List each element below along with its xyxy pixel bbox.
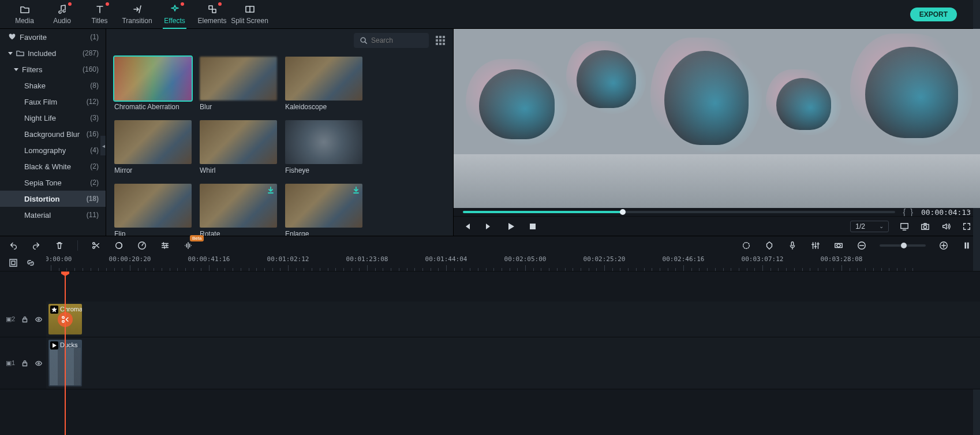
sidebar-filter-item[interactable]: Lomography(4) [0, 142, 106, 158]
split-button[interactable] [91, 240, 101, 251]
step-back-button[interactable] [462, 221, 472, 232]
eye-icon[interactable] [35, 315, 43, 324]
export-button[interactable]: EXPORT [910, 8, 957, 21]
zoom-in-button[interactable] [938, 240, 949, 251]
folder-icon [16, 49, 24, 57]
link-button[interactable] [25, 258, 36, 268]
sidebar-filter-item[interactable]: Material(11) [0, 207, 106, 223]
render-button[interactable] [741, 240, 751, 251]
effect-item[interactable]: Blur [200, 57, 277, 111]
view-grid-button[interactable] [436, 36, 445, 45]
shapes-icon [207, 4, 218, 14]
mark-in[interactable]: { [903, 207, 906, 217]
effect-item[interactable]: Chromatic Aberration [114, 57, 192, 111]
effect-thumbnail[interactable] [200, 120, 277, 164]
sidebar-filter-item[interactable]: Night Life(3) [0, 110, 106, 126]
speed-button[interactable] [137, 240, 147, 251]
sidebar-label: Favorite [20, 33, 47, 42]
preview-canvas[interactable] [454, 29, 980, 208]
zoom-slider[interactable] [880, 244, 926, 247]
ruler-label: 00:02:46:16 [663, 255, 705, 263]
zoom-out-button[interactable] [856, 240, 867, 251]
notification-dot [218, 2, 222, 6]
sidebar-collapse-handle[interactable]: ◂ [100, 136, 106, 155]
keyframe-button[interactable] [833, 240, 844, 251]
effects-grid[interactable]: Chromatic AberrationBlurKaleidoscopeMirr… [106, 52, 453, 236]
sidebar-label: Material [24, 211, 51, 220]
sidebar-favorite[interactable]: Favorite (1) [0, 29, 106, 45]
adjust-button[interactable] [160, 240, 170, 251]
sidebar-filter-item[interactable]: Black & White(2) [0, 158, 106, 174]
color-button[interactable] [114, 240, 124, 251]
preview-progress-knob[interactable] [620, 209, 626, 215]
sidebar-filter-item[interactable]: Shake(8) [0, 77, 106, 94]
redo-button[interactable] [31, 240, 42, 251]
sidebar-filter-item[interactable]: Sepia Tone(2) [0, 174, 106, 191]
eye-icon[interactable] [35, 359, 43, 367]
timeline-options-button[interactable] [8, 258, 18, 268]
timeline-track-fx[interactable]: ▣2 Chromati [0, 302, 980, 337]
effect-thumbnail[interactable] [285, 57, 362, 101]
stop-button[interactable] [528, 221, 538, 232]
audio-beat-button[interactable] [183, 240, 193, 251]
tab-elements[interactable]: Elements [193, 0, 231, 29]
sidebar-count: (2) [90, 179, 99, 187]
play-button[interactable] [506, 221, 516, 232]
delete-button[interactable] [54, 240, 65, 251]
sidebar-filter-item[interactable]: Background Blur(16) [0, 126, 106, 142]
zoom-fit-button[interactable] [962, 240, 972, 251]
audio-mixer-button[interactable] [810, 240, 821, 251]
category-sidebar[interactable]: Favorite (1) Included (287) Filters (160… [0, 29, 106, 236]
sidebar-label: Shake [24, 81, 46, 90]
snapshot-button[interactable] [920, 221, 930, 232]
marker-button[interactable] [764, 240, 775, 251]
timeline-empty-track[interactable] [0, 272, 980, 302]
sidebar-filter-item[interactable]: Distortion(18) [0, 191, 106, 207]
preview-progress-track[interactable] [463, 211, 895, 213]
effect-item[interactable]: Enlarge [285, 184, 362, 236]
caret-down-icon [14, 68, 18, 71]
tab-media[interactable]: Media [6, 0, 43, 29]
tab-splitscreen[interactable]: Split Screen [231, 0, 268, 29]
timeline-tracks[interactable]: ▣2 Chromati ▣1 [0, 272, 980, 435]
effect-item[interactable]: Whirl [200, 120, 277, 174]
tab-audio[interactable]: Audio [43, 0, 81, 29]
lock-icon[interactable] [21, 315, 29, 324]
sidebar-filters-header[interactable]: Filters (160) [0, 61, 106, 77]
text-icon [95, 4, 105, 14]
display-button[interactable] [899, 221, 910, 232]
effect-thumbnail[interactable] [200, 184, 277, 228]
tab-transition[interactable]: Transition [118, 0, 156, 29]
sidebar-count: (12) [87, 98, 99, 106]
timeline-track-video[interactable]: ▣1 Ducks [0, 337, 980, 389]
undo-button[interactable] [8, 240, 18, 251]
effect-label: Enlarge [285, 230, 362, 236]
step-forward-button[interactable] [484, 221, 494, 232]
fullscreen-button[interactable] [962, 221, 972, 232]
effect-item[interactable]: Rotate [200, 184, 277, 236]
sidebar-included[interactable]: Included (287) [0, 45, 106, 61]
search-input[interactable] [371, 36, 417, 44]
volume-button[interactable] [941, 221, 951, 232]
preview-quality-select[interactable]: 1/2⌄ [850, 221, 889, 232]
effect-item[interactable]: Mirror [114, 120, 192, 174]
sidebar-filter-item[interactable]: Faux Film(12) [0, 94, 106, 110]
tab-titles[interactable]: Titles [81, 0, 118, 29]
mark-out[interactable]: } [910, 207, 913, 217]
lock-icon[interactable] [21, 359, 29, 367]
effect-thumbnail[interactable] [285, 120, 362, 164]
search-box[interactable] [354, 33, 429, 48]
effect-thumbnail[interactable] [114, 184, 192, 228]
effect-thumbnail[interactable] [200, 57, 277, 101]
effect-item[interactable]: Kaleidoscope [285, 57, 362, 111]
voiceover-button[interactable] [787, 240, 798, 251]
timeline-ruler[interactable]: 00:00:00:0000:00:20:2000:00:41:1600:01:0… [0, 254, 980, 272]
effect-thumbnail[interactable] [114, 57, 192, 101]
effect-item[interactable]: Fisheye [285, 120, 362, 174]
tab-effects[interactable]: Effects [156, 0, 193, 29]
effect-thumbnail[interactable] [114, 120, 192, 164]
timeline-playhead[interactable] [65, 272, 66, 435]
zoom-knob[interactable] [901, 243, 907, 248]
effect-item[interactable]: Flip [114, 184, 192, 236]
effect-thumbnail[interactable] [285, 184, 362, 228]
